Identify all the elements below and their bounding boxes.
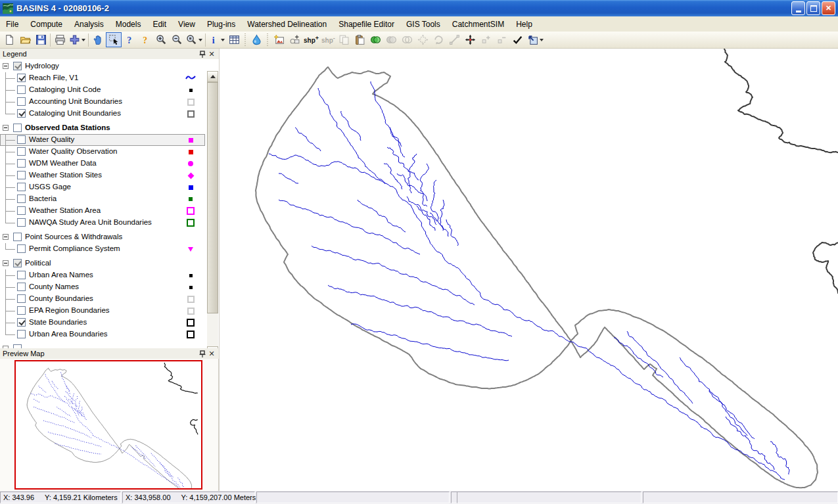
layer-checkbox[interactable]: [17, 318, 26, 327]
dropdown-arrow-icon[interactable]: [81, 39, 85, 41]
menu-item-models[interactable]: Models: [110, 17, 147, 32]
pin-icon[interactable]: [198, 350, 207, 358]
layer-checkbox[interactable]: [17, 195, 26, 203]
menu-item-shapefile-editor[interactable]: Shapefile Editor: [333, 17, 400, 32]
draw-line-button[interactable]: [447, 32, 463, 47]
dropdown-arrow-icon[interactable]: [198, 39, 202, 41]
select-arrow-button[interactable]: [106, 32, 122, 47]
layer-label[interactable]: NAWQA Study Area Unit Boundaries: [29, 218, 152, 226]
water-drop-button[interactable]: [248, 32, 264, 47]
close-icon[interactable]: ✕: [207, 50, 216, 58]
layer-label[interactable]: Urban Area Boundaries: [29, 330, 108, 338]
layer-label[interactable]: County Boundaries: [29, 294, 93, 302]
legend-layer-usgs-gage[interactable]: USGS Gage: [0, 181, 205, 193]
new-file-button[interactable]: [1, 32, 17, 47]
shp-add-button[interactable]: shp+: [302, 32, 320, 47]
zoom-out-button[interactable]: [169, 32, 185, 47]
group-checkbox[interactable]: [13, 62, 22, 70]
layer-label[interactable]: Water Quality: [29, 135, 74, 143]
overlay-outline-button[interactable]: [400, 32, 415, 47]
group-checkbox[interactable]: [13, 259, 22, 267]
layer-label[interactable]: Accounting Unit Boundaries: [29, 97, 122, 105]
paste-button[interactable]: [352, 32, 368, 47]
menu-item-compute[interactable]: Compute: [24, 17, 68, 32]
layer-label[interactable]: Water Quality Observation: [29, 147, 117, 155]
layer-checkbox[interactable]: [17, 147, 26, 156]
layer-checkbox[interactable]: [17, 271, 26, 279]
legend-layer-bacteria[interactable]: Bacteria: [0, 193, 205, 205]
legend-layer-water-quality[interactable]: Water Quality: [0, 134, 205, 146]
legend-group-row[interactable]: Political: [0, 258, 205, 269]
legend-layer-urban-area-boundaries[interactable]: Urban Area Boundaries: [0, 329, 205, 340]
scroll-up-icon[interactable]: [207, 71, 218, 82]
group-checkbox[interactable]: [13, 233, 22, 241]
dropdown-arrow-icon[interactable]: [221, 39, 225, 41]
legend-group-row[interactable]: Hydrology: [0, 60, 205, 72]
collapse-icon[interactable]: [3, 125, 9, 131]
attribute-table-button[interactable]: [226, 32, 242, 47]
zoom-full-button[interactable]: [185, 32, 204, 47]
overlay-green-button[interactable]: [368, 32, 384, 47]
collapse-icon[interactable]: [3, 234, 9, 240]
layer-checkbox[interactable]: [17, 330, 26, 338]
group-label[interactable]: Hydrology: [25, 62, 59, 70]
layer-label[interactable]: Permit Compliance System: [29, 244, 120, 252]
legend-layer-weather-station-sites[interactable]: Weather Station Sites: [0, 170, 205, 181]
layer-label[interactable]: WDM Weather Data: [29, 159, 97, 167]
close-button[interactable]: ✕: [822, 1, 835, 15]
black-dot-square-symbol[interactable]: [189, 274, 193, 277]
lightgray-outline-square-symbol[interactable]: [187, 99, 195, 106]
legend-scrollbar[interactable]: [207, 71, 218, 348]
legend-layer-county-names[interactable]: County Names: [0, 281, 205, 293]
legend-layer-permit-compliance-system[interactable]: Permit Compliance System: [0, 243, 205, 255]
layer-label[interactable]: Urban Area Names: [29, 271, 93, 279]
layer-checkbox[interactable]: [17, 306, 26, 315]
menu-item-analysis[interactable]: Analysis: [68, 17, 110, 32]
group-checkbox[interactable]: [13, 124, 22, 132]
preview-map-extent[interactable]: [14, 360, 202, 490]
layer-checkbox[interactable]: [17, 97, 26, 106]
layer-checkbox[interactable]: [17, 244, 26, 253]
green-outline-square-symbol[interactable]: [187, 219, 195, 227]
pan-hand-button[interactable]: [90, 32, 106, 47]
add-shapes-button[interactable]: [287, 32, 302, 47]
rotate-button[interactable]: [431, 32, 447, 47]
export-view-button[interactable]: [526, 32, 545, 47]
layer-label[interactable]: Weather Station Sites: [29, 171, 102, 179]
map-view[interactable]: [219, 49, 838, 491]
menu-item-plug-ins[interactable]: Plug-ins: [201, 17, 241, 32]
layer-label[interactable]: Cataloging Unit Boundaries: [29, 109, 121, 117]
layer-checkbox[interactable]: [17, 159, 26, 168]
legend-layer-nawqa-study-area-unit-boundaries[interactable]: NAWQA Study Area Unit Boundaries: [0, 217, 205, 229]
pin-icon[interactable]: [198, 50, 207, 58]
legend-group-row[interactable]: Point Sources & Withdrawals: [0, 231, 205, 243]
close-icon[interactable]: ✕: [207, 350, 216, 358]
copy-button[interactable]: [337, 32, 352, 47]
restore-button[interactable]: [806, 1, 820, 15]
layer-checkbox[interactable]: [17, 283, 26, 291]
magenta-square-symbol[interactable]: [189, 138, 193, 143]
layer-checkbox[interactable]: [17, 206, 26, 215]
magenta-triangle-symbol[interactable]: [188, 247, 193, 252]
add-vertex-button[interactable]: [478, 32, 494, 47]
overlay-gray-button[interactable]: [384, 32, 400, 47]
menu-item-edit[interactable]: Edit: [147, 17, 172, 32]
legend-layer-cataloging-unit-boundaries[interactable]: Cataloging Unit Boundaries: [0, 108, 205, 120]
layer-label[interactable]: County Names: [29, 283, 79, 290]
menu-item-catchmentsim[interactable]: CatchmentSIM: [446, 17, 510, 32]
expand-extent-button[interactable]: [415, 32, 431, 47]
group-label[interactable]: Political: [25, 259, 51, 267]
layer-checkbox[interactable]: [17, 218, 26, 227]
black-outline-square-symbol[interactable]: [187, 331, 195, 338]
layer-checkbox[interactable]: [17, 85, 26, 94]
open-file-button[interactable]: [17, 32, 33, 47]
layer-label[interactable]: EPA Region Boundaries: [29, 306, 110, 314]
menu-item-file[interactable]: File: [0, 17, 24, 32]
move-vertex-button[interactable]: [463, 32, 478, 47]
black-dot-square-symbol[interactable]: [189, 286, 193, 289]
red-square-symbol[interactable]: [189, 150, 193, 154]
magenta-circle-symbol[interactable]: [188, 161, 193, 166]
layer-checkbox[interactable]: [17, 171, 26, 179]
group-label[interactable]: Point Sources & Withdrawals: [25, 233, 122, 241]
legend-layer-cataloging-unit-code[interactable]: Cataloging Unit Code: [0, 84, 205, 96]
